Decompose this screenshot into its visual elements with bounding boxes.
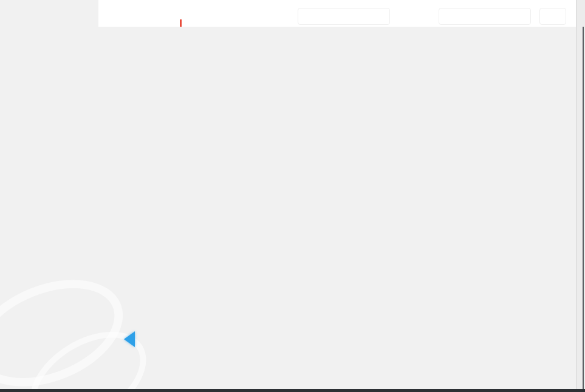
red-marker <box>180 19 182 27</box>
ghost-select <box>298 8 390 25</box>
bottom-border <box>0 389 585 392</box>
ghost-select <box>439 8 531 25</box>
active-item-arrow <box>124 331 135 347</box>
app-root <box>0 0 585 392</box>
window-edge <box>583 27 584 389</box>
ghost-button <box>539 8 566 25</box>
background-ghost-window <box>98 0 576 27</box>
